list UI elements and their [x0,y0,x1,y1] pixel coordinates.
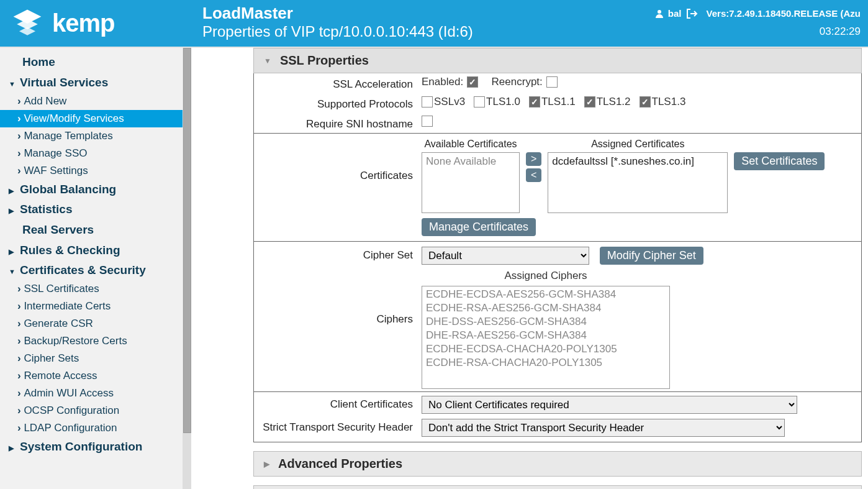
label-protocol: TLS1.3 [652,96,686,108]
move-right-button[interactable]: > [526,152,541,166]
nav-manage-sso[interactable]: Manage SSO [0,145,183,162]
header: kemp LoadMaster bal Vers:7.2.49.1.18450.… [0,0,868,47]
label-protocol: TLS1.0 [486,96,520,108]
label-available-certs: Available Certificates [422,139,520,150]
chevron-right-icon [9,440,20,454]
label-assigned-ciphers: Assigned Ciphers [422,270,670,282]
chevron-down-icon: ▼ [264,57,271,65]
user-block[interactable]: bal [654,8,698,19]
section-waf-options[interactable]: ▶ WAF Options [253,485,862,489]
select-client-certificates[interactable]: No Client Certificates required [422,396,797,414]
list-assigned-certs[interactable]: dcdefaultssl [*.suneshes.co.in] [548,152,728,213]
cipher-item[interactable]: ECDHE-ECDSA-AES256-GCM-SHA384 [426,288,666,301]
sidebar-scrollbar[interactable] [183,48,191,489]
chevron-down-icon [9,263,20,277]
cipher-item[interactable]: ECDHE-RSA-AES256-GCM-SHA384 [426,301,666,315]
label-enabled: Enabled: [422,76,463,88]
chevron-right-icon [9,183,20,196]
label-cipher-set: Cipher Set [260,247,422,262]
product-title: LoadMaster [202,4,293,23]
cipher-item[interactable]: DHE-RSA-AES256-GCM-SHA384 [426,329,666,342]
logout-icon[interactable] [685,8,698,19]
label-assigned-certs: Assigned Certificates [548,139,728,150]
manage-certificates-button[interactable]: Manage Certificates [422,218,536,236]
version-text: Vers:7.2.49.1.18450.RELEASE (Azu [707,8,861,19]
set-certificates-button[interactable]: Set Certificates [734,152,825,170]
nav-backup-restore-certs[interactable]: Backup/Restore Certs [0,332,183,350]
nav-admin-wui-access[interactable]: Admin WUI Access [0,385,183,402]
checkbox-protocol-tls12[interactable] [584,96,595,107]
checkbox-ssl-enabled[interactable] [467,76,478,88]
nav-statistics[interactable]: Statistics [0,199,183,219]
label-reencrypt: Reencrypt: [492,76,543,88]
checkbox-protocol-tls11[interactable] [529,96,540,107]
nav-intermediate-certs[interactable]: Intermediate Certs [0,298,183,315]
label-require-sni: Require SNI hostname [260,116,422,130]
nav-manage-templates[interactable]: Manage Templates [0,127,183,145]
section-advanced-properties[interactable]: ▶ Advanced Properties [253,451,862,477]
sidebar: Home Virtual Services Add New View/Modif… [0,48,183,489]
user-name: bal [668,8,682,19]
nav-rules-checking[interactable]: Rules & Checking [0,240,183,260]
logo-area: kemp [0,0,191,47]
cipher-item[interactable]: ECDHE-ECDSA-CHACHA20-POLY1305 [426,342,666,356]
list-assigned-ciphers[interactable]: ECDHE-ECDSA-AES256-GCM-SHA384ECDHE-RSA-A… [422,286,670,389]
user-icon [654,9,664,19]
select-cipher-set[interactable]: Default [422,247,589,265]
cipher-item[interactable]: DHE-DSS-AES256-GCM-SHA384 [426,315,666,329]
checkbox-protocol-sslv3[interactable] [422,96,433,107]
nav-home[interactable]: Home [0,52,183,73]
brand-name: kemp [52,9,115,37]
select-hsts[interactable]: Don't add the Strict Transport Security … [422,419,785,437]
label-protocol: TLS1.1 [541,96,576,108]
nav-waf-settings[interactable]: WAF Settings [0,162,183,180]
label-ciphers: Ciphers [260,270,422,326]
nav-virtual-services[interactable]: Virtual Services [0,73,183,93]
nav-real-servers[interactable]: Real Servers [0,219,183,240]
section-ssl-properties[interactable]: ▼ SSL Properties [253,48,862,73]
nav-ocsp-configuration[interactable]: OCSP Configuration [0,402,183,419]
brand-icon [10,6,45,41]
nav-view-modify-services[interactable]: View/Modify Services [0,110,183,127]
nav-remote-access[interactable]: Remote Access [0,367,183,385]
nav-global-balancing[interactable]: Global Balancing [0,180,183,199]
chevron-down-icon [9,76,20,89]
label-client-certificates: Client Certificates [260,396,422,411]
chevron-right-icon [9,203,20,216]
cipher-item[interactable]: ECDHE-RSA-CHACHA20-POLY1305 [426,356,666,370]
chevron-right-icon: ▶ [264,460,269,468]
nav-ssl-certificates[interactable]: SSL Certificates [0,280,183,298]
checkbox-protocol-tls13[interactable] [640,96,651,107]
checkbox-protocol-tls10[interactable] [474,96,485,107]
label-certificates: Certificates [260,139,422,182]
nav-certs-security[interactable]: Certificates & Security [0,260,183,280]
checkbox-require-sni[interactable] [422,116,433,127]
modify-cipher-set-button[interactable]: Modify Cipher Set [600,247,703,265]
label-ssl-acceleration: SSL Acceleration [260,76,422,91]
label-protocol: SSLv3 [434,96,465,108]
checkbox-reencrypt[interactable] [546,76,558,88]
nav-ldap-configuration[interactable]: LDAP Configuration [0,419,183,437]
move-left-button[interactable]: < [526,168,541,182]
chevron-right-icon [9,244,20,257]
page-title: Properties of VIP tcp/10.0.0.10:443 (Id:… [202,23,473,40]
nav-add-new[interactable]: Add New [0,93,183,110]
nav-generate-csr[interactable]: Generate CSR [0,315,183,332]
list-available-certs[interactable]: None Available [422,152,520,213]
content-area: ▼ SSL Properties SSL Acceleration Enable… [191,48,868,489]
svg-marker-2 [19,27,35,35]
label-supported-protocols: Supported Protocols [260,96,422,111]
label-hsts: Strict Transport Security Header [260,419,422,434]
label-protocol: TLS1.2 [597,96,631,108]
ssl-properties-form: SSL Acceleration Enabled: Reencrypt: Sup… [253,73,862,442]
nav-cipher-sets[interactable]: Cipher Sets [0,350,183,367]
svg-point-3 [658,10,661,14]
nav-system-configuration[interactable]: System Configuration [0,437,183,457]
clock: 03:22:29 [820,25,861,38]
